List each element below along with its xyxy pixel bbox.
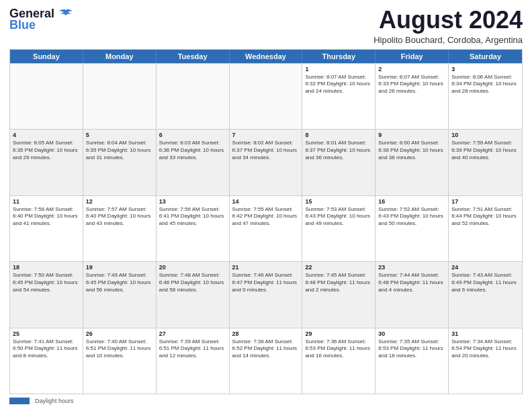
- cal-cell: 20Sunrise: 7:48 AM Sunset: 6:46 PM Dayli…: [157, 262, 230, 327]
- cell-info-text: Sunrise: 7:49 AM Sunset: 6:45 PM Dayligh…: [86, 272, 153, 293]
- cal-cell: 28Sunrise: 7:38 AM Sunset: 6:52 PM Dayli…: [230, 328, 303, 394]
- cal-header-friday: Friday: [375, 50, 449, 63]
- day-number: 17: [451, 198, 519, 205]
- cell-info-text: Sunrise: 7:52 AM Sunset: 6:43 PM Dayligh…: [378, 206, 445, 228]
- day-number: 2: [378, 66, 445, 73]
- cal-cell: 16Sunrise: 7:52 AM Sunset: 6:43 PM Dayli…: [375, 196, 449, 261]
- day-number: 27: [159, 330, 226, 337]
- day-number: 5: [86, 132, 153, 138]
- cell-info-text: Sunrise: 8:04 AM Sunset: 6:35 PM Dayligh…: [86, 140, 153, 161]
- cal-week-4: 18Sunrise: 7:50 AM Sunset: 6:45 PM Dayli…: [10, 261, 522, 327]
- day-number: 21: [232, 264, 300, 271]
- cell-info-text: Sunrise: 7:48 AM Sunset: 6:46 PM Dayligh…: [159, 272, 226, 293]
- cal-cell: 27Sunrise: 7:39 AM Sunset: 6:51 PM Dayli…: [157, 328, 230, 394]
- cal-cell: 5Sunrise: 8:04 AM Sunset: 6:35 PM Daylig…: [83, 130, 157, 195]
- day-number: 12: [86, 198, 153, 205]
- cell-info-text: Sunrise: 7:45 AM Sunset: 6:48 PM Dayligh…: [305, 272, 372, 293]
- day-number: 29: [305, 330, 372, 337]
- cell-info-text: Sunrise: 7:50 AM Sunset: 6:45 PM Dayligh…: [13, 272, 80, 293]
- day-number: 6: [159, 132, 226, 138]
- cal-cell: 8Sunrise: 8:01 AM Sunset: 6:37 PM Daylig…: [302, 130, 375, 195]
- logo: General Blue: [9, 7, 73, 32]
- footer: Daylight hours: [9, 398, 523, 404]
- cal-cell: [10, 64, 83, 129]
- day-number: 26: [86, 330, 153, 337]
- month-year-title: August 2024: [373, 7, 523, 34]
- cal-cell: 2Sunrise: 8:07 AM Sunset: 6:33 PM Daylig…: [375, 64, 449, 129]
- cal-header-monday: Monday: [83, 50, 157, 63]
- cal-cell: 22Sunrise: 7:45 AM Sunset: 6:48 PM Dayli…: [302, 262, 375, 327]
- cell-info-text: Sunrise: 8:07 AM Sunset: 6:33 PM Dayligh…: [378, 74, 445, 95]
- cell-info-text: Sunrise: 7:44 AM Sunset: 6:48 PM Dayligh…: [378, 272, 445, 293]
- cal-cell: 1Sunrise: 8:07 AM Sunset: 6:32 PM Daylig…: [302, 64, 375, 129]
- cell-info-text: Sunrise: 7:43 AM Sunset: 6:49 PM Dayligh…: [451, 272, 519, 293]
- cal-cell: [83, 64, 157, 129]
- cal-cell: 30Sunrise: 7:35 AM Sunset: 6:53 PM Dayli…: [375, 328, 449, 394]
- day-number: 24: [451, 264, 519, 271]
- cell-info-text: Sunrise: 7:59 AM Sunset: 6:39 PM Dayligh…: [451, 140, 519, 161]
- cal-cell: 23Sunrise: 7:44 AM Sunset: 6:48 PM Dayli…: [375, 262, 449, 327]
- cal-cell: [157, 64, 230, 129]
- cal-header-tuesday: Tuesday: [157, 50, 230, 63]
- cal-cell: 15Sunrise: 7:53 AM Sunset: 6:43 PM Dayli…: [302, 196, 375, 261]
- cal-week-1: 1Sunrise: 8:07 AM Sunset: 6:32 PM Daylig…: [10, 63, 522, 129]
- cal-header-sunday: Sunday: [10, 50, 83, 63]
- cal-cell: 4Sunrise: 8:05 AM Sunset: 6:35 PM Daylig…: [10, 130, 83, 195]
- cell-info-text: Sunrise: 8:05 AM Sunset: 6:35 PM Dayligh…: [13, 140, 80, 161]
- day-number: 7: [232, 132, 300, 138]
- location-text: Hipolito Bouchard, Cordoba, Argentina: [373, 35, 523, 45]
- title-block: August 2024 Hipolito Bouchard, Cordoba, …: [373, 7, 523, 45]
- day-number: 31: [451, 330, 519, 337]
- cal-cell: 7Sunrise: 8:02 AM Sunset: 6:37 PM Daylig…: [230, 130, 303, 195]
- header: General Blue August 2024 Hipolito Boucha…: [9, 7, 523, 45]
- cell-info-text: Sunrise: 7:41 AM Sunset: 6:50 PM Dayligh…: [13, 338, 80, 360]
- cell-info-text: Sunrise: 7:57 AM Sunset: 6:40 PM Dayligh…: [86, 206, 153, 228]
- day-number: 20: [159, 264, 226, 271]
- cell-info-text: Sunrise: 7:55 AM Sunset: 6:42 PM Dayligh…: [232, 206, 300, 228]
- cell-info-text: Sunrise: 7:58 AM Sunset: 6:40 PM Dayligh…: [13, 206, 80, 228]
- cell-info-text: Sunrise: 7:51 AM Sunset: 6:44 PM Dayligh…: [451, 206, 519, 228]
- day-number: 18: [13, 264, 80, 271]
- cell-info-text: Sunrise: 7:36 AM Sunset: 6:53 PM Dayligh…: [305, 338, 372, 360]
- day-number: 16: [378, 198, 445, 205]
- cal-week-5: 25Sunrise: 7:41 AM Sunset: 6:50 PM Dayli…: [10, 328, 522, 394]
- day-number: 11: [13, 198, 80, 205]
- cell-info-text: Sunrise: 8:07 AM Sunset: 6:32 PM Dayligh…: [305, 74, 372, 95]
- day-number: 9: [378, 132, 445, 138]
- day-number: 1: [305, 66, 372, 73]
- cal-cell: 26Sunrise: 7:40 AM Sunset: 6:51 PM Dayli…: [83, 328, 157, 394]
- legend-label: Daylight hours: [35, 398, 74, 404]
- cal-header-wednesday: Wednesday: [230, 50, 303, 63]
- cal-cell: [230, 64, 303, 129]
- legend-color-box: [9, 398, 30, 404]
- cal-cell: 24Sunrise: 7:43 AM Sunset: 6:49 PM Dayli…: [449, 262, 522, 327]
- cell-info-text: Sunrise: 7:34 AM Sunset: 6:54 PM Dayligh…: [451, 338, 519, 360]
- cell-info-text: Sunrise: 7:53 AM Sunset: 6:43 PM Dayligh…: [305, 206, 372, 228]
- cell-info-text: Sunrise: 7:38 AM Sunset: 6:52 PM Dayligh…: [232, 338, 300, 360]
- cal-cell: 18Sunrise: 7:50 AM Sunset: 6:45 PM Dayli…: [10, 262, 83, 327]
- day-number: 19: [86, 264, 153, 271]
- cell-info-text: Sunrise: 8:06 AM Sunset: 6:34 PM Dayligh…: [451, 74, 519, 95]
- cal-cell: 12Sunrise: 7:57 AM Sunset: 6:40 PM Dayli…: [83, 196, 157, 261]
- calendar-header-row: SundayMondayTuesdayWednesdayThursdayFrid…: [10, 50, 522, 63]
- cell-info-text: Sunrise: 7:40 AM Sunset: 6:51 PM Dayligh…: [86, 338, 153, 360]
- day-number: 3: [451, 66, 519, 73]
- cal-cell: 13Sunrise: 7:56 AM Sunset: 6:41 PM Dayli…: [157, 196, 230, 261]
- cell-info-text: Sunrise: 8:01 AM Sunset: 6:37 PM Dayligh…: [305, 140, 372, 161]
- cell-info-text: Sunrise: 7:46 AM Sunset: 6:47 PM Dayligh…: [232, 272, 300, 293]
- cal-cell: 19Sunrise: 7:49 AM Sunset: 6:45 PM Dayli…: [83, 262, 157, 327]
- day-number: 28: [232, 330, 300, 337]
- cal-cell: 14Sunrise: 7:55 AM Sunset: 6:42 PM Dayli…: [230, 196, 303, 261]
- day-number: 4: [13, 132, 80, 138]
- cal-cell: 21Sunrise: 7:46 AM Sunset: 6:47 PM Dayli…: [230, 262, 303, 327]
- day-number: 8: [305, 132, 372, 138]
- cal-cell: 25Sunrise: 7:41 AM Sunset: 6:50 PM Dayli…: [10, 328, 83, 394]
- cal-header-thursday: Thursday: [302, 50, 375, 63]
- logo-blue: Blue: [9, 18, 36, 32]
- cal-week-2: 4Sunrise: 8:05 AM Sunset: 6:35 PM Daylig…: [10, 129, 522, 195]
- day-number: 22: [305, 264, 372, 271]
- logo-bird-icon: [59, 9, 73, 19]
- cal-week-3: 11Sunrise: 7:58 AM Sunset: 6:40 PM Dayli…: [10, 195, 522, 261]
- cell-info-text: Sunrise: 8:00 AM Sunset: 6:38 PM Dayligh…: [378, 140, 445, 161]
- day-number: 14: [232, 198, 300, 205]
